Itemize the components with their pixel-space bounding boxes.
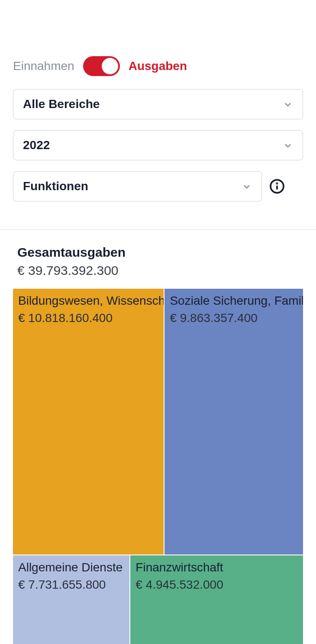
chevron-down-icon (283, 140, 293, 150)
totals-value: € 39.793.392.300 (17, 263, 299, 278)
info-button[interactable] (268, 178, 286, 195)
toggle-knob (102, 58, 118, 74)
treemap-row: Bildungswesen, Wissenschaft € 10.818.160… (13, 289, 303, 555)
totals-label: Gesamtausgaben (17, 245, 299, 260)
treemap-cell-finanz[interactable]: Finanzwirtschaft € 4.945.532.000 (130, 555, 303, 644)
area-select[interactable]: Alle Bereiche (13, 89, 303, 119)
toggle-label-ausgaben[interactable]: Ausgaben (129, 59, 187, 73)
view-select[interactable]: Funktionen (13, 171, 262, 201)
view-toggle[interactable] (83, 56, 120, 76)
year-select-value: 2022 (23, 138, 50, 152)
cell-value: € 4.945.532.000 (135, 578, 298, 592)
cell-value: € 10.818.160.400 (18, 311, 158, 325)
view-select-row: Funktionen (13, 171, 303, 201)
cell-label: Soziale Sicherung, Familie (170, 293, 298, 309)
cell-value: € 7.731.655.800 (18, 578, 124, 592)
toggle-row: Einnahmen Ausgaben (13, 56, 303, 76)
controls-panel: Einnahmen Ausgaben Alle Bereiche 2022 Fu… (0, 0, 316, 225)
view-select-value: Funktionen (23, 179, 88, 193)
area-select-value: Alle Bereiche (23, 97, 100, 111)
chevron-down-icon (283, 99, 293, 109)
cell-label: Allgemeine Dienste (18, 560, 124, 575)
treemap-chart: Bildungswesen, Wissenschaft € 10.818.160… (0, 289, 316, 644)
cell-label: Finanzwirtschaft (135, 560, 298, 575)
chevron-down-icon (242, 181, 252, 191)
year-select-row: 2022 (13, 130, 303, 160)
treemap-cell-sozial[interactable]: Soziale Sicherung, Familie € 9.863.357.4… (164, 289, 303, 555)
area-select-row: Alle Bereiche (13, 89, 303, 119)
treemap-row: Allgemeine Dienste € 7.731.655.800 Finan… (13, 555, 303, 644)
year-select[interactable]: 2022 (13, 130, 303, 160)
info-icon (269, 179, 285, 194)
treemap-cell-bildung[interactable]: Bildungswesen, Wissenschaft € 10.818.160… (13, 289, 164, 555)
totals-block: Gesamtausgaben € 39.793.392.300 (0, 230, 316, 289)
cell-value: € 9.863.357.400 (170, 311, 298, 325)
toggle-label-einnahmen[interactable]: Einnahmen (13, 59, 74, 73)
treemap-cell-dienste[interactable]: Allgemeine Dienste € 7.731.655.800 (13, 555, 130, 644)
svg-point-2 (277, 183, 277, 184)
cell-label: Bildungswesen, Wissenschaft (18, 293, 158, 309)
